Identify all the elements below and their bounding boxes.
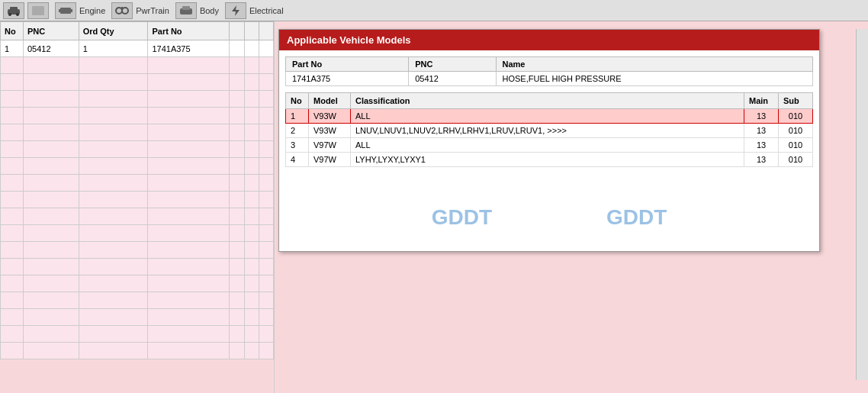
empty-ord-qty (79, 158, 148, 175)
empty-part-no (148, 124, 230, 141)
empty-c1 (230, 326, 244, 343)
model-code: V93W (309, 109, 351, 124)
body-label: Body (200, 6, 219, 15)
table-row-empty-14 (1, 275, 274, 292)
empty-c3 (259, 242, 273, 259)
models-row-1[interactable]: 1 V93W ALL 13 010 (286, 109, 813, 124)
toolbar-section-electrical: Electrical (225, 2, 284, 19)
empty-ord-qty (79, 192, 148, 208)
svg-point-9 (122, 8, 128, 14)
empty-part-no (148, 158, 230, 175)
parts-header-c2 (244, 22, 259, 40)
model-sub: 010 (779, 153, 813, 167)
svg-point-8 (116, 8, 122, 14)
empty-part-no (148, 326, 230, 343)
engine-icon[interactable] (55, 2, 76, 19)
toolbar-section-engine: Engine (55, 2, 105, 19)
empty-pnc (24, 175, 79, 192)
empty-no (1, 208, 24, 225)
empty-ord-qty (79, 108, 148, 124)
svg-rect-12 (182, 6, 190, 10)
empty-ord-qty (79, 141, 148, 158)
empty-no (1, 158, 24, 175)
empty-c3 (259, 74, 273, 91)
empty-part-no (148, 225, 230, 242)
car-icon[interactable] (3, 2, 24, 19)
parts-header-c3 (259, 22, 273, 40)
models-header-classification: Classification (351, 93, 744, 109)
table-row-empty-17 (1, 326, 274, 343)
table-row-empty-7 (1, 158, 274, 175)
empty-c1 (230, 124, 244, 141)
empty-c2 (244, 124, 259, 141)
info-header-part-no: Part No (286, 57, 409, 72)
empty-pnc (24, 74, 79, 91)
empty-c3 (259, 343, 273, 359)
empty-c1 (230, 158, 244, 175)
empty-no (1, 141, 24, 158)
row-c1 (230, 40, 244, 57)
models-header-sub: Sub (779, 93, 813, 109)
empty-no (1, 259, 24, 275)
left-panel: No PNC Ord Qty Part No 1 05412 1 1741A37… (0, 21, 275, 393)
empty-c1 (230, 175, 244, 192)
empty-ord-qty (79, 124, 148, 141)
empty-pnc (24, 275, 79, 292)
empty-ord-qty (79, 292, 148, 309)
model-main: 13 (744, 153, 779, 167)
empty-pnc (24, 343, 79, 359)
model-main: 13 (744, 109, 779, 124)
models-row-2[interactable]: 2 V93W LNUV,LNUV1,LNUV2,LRHV,LRHV1,LRUV,… (286, 124, 813, 138)
model-no: 4 (286, 153, 309, 167)
models-row-4[interactable]: 4 V97W LYHY,LYXY,LYXY1 13 010 (286, 153, 813, 167)
empty-pnc (24, 292, 79, 309)
table-row-empty-6 (1, 141, 274, 158)
powertrain-icon[interactable] (111, 2, 133, 19)
engine-label: Engine (79, 6, 105, 15)
empty-c3 (259, 158, 273, 175)
model-sub: 010 (779, 124, 813, 138)
empty-c2 (244, 292, 259, 309)
body-icon[interactable] (175, 2, 197, 19)
watermark-left: GDDT (432, 205, 492, 230)
empty-c2 (244, 259, 259, 275)
electrical-icon[interactable] (225, 2, 246, 19)
empty-c2 (244, 275, 259, 292)
empty-pnc (24, 57, 79, 74)
toolbar-section-body: Body (175, 2, 219, 19)
empty-c3 (259, 124, 273, 141)
empty-c1 (230, 91, 244, 108)
scrollbar[interactable] (856, 29, 868, 380)
blank-icon[interactable] (27, 2, 49, 19)
empty-part-no (148, 175, 230, 192)
empty-ord-qty (79, 225, 148, 242)
toolbar-section-car (3, 2, 49, 19)
svg-rect-5 (60, 8, 71, 14)
model-sub: 010 (779, 109, 813, 124)
empty-pnc (24, 158, 79, 175)
table-row-empty-5 (1, 124, 274, 141)
info-table: Part No PNC Name 1741A375 05412 HOSE,FUE… (285, 56, 813, 86)
empty-c3 (259, 275, 273, 292)
watermark-right: GDDT (606, 205, 667, 230)
models-header-main: Main (744, 93, 779, 109)
table-row[interactable]: 1 05412 1 1741A375 (1, 40, 274, 57)
table-row-empty-15 (1, 292, 274, 309)
empty-c3 (259, 326, 273, 343)
table-row-empty-18 (1, 343, 274, 359)
empty-ord-qty (79, 309, 148, 326)
empty-part-no (148, 292, 230, 309)
toolbar-section-powertrain: PwrTrain (111, 2, 169, 19)
empty-c2 (244, 141, 259, 158)
row-c2 (244, 40, 259, 57)
empty-no (1, 225, 24, 242)
empty-no (1, 74, 24, 91)
models-row-3[interactable]: 3 V97W ALL 13 010 (286, 138, 813, 153)
svg-rect-1 (10, 7, 18, 11)
empty-c3 (259, 208, 273, 225)
models-header-model: Model (309, 93, 351, 109)
row-no: 1 (1, 40, 24, 57)
empty-c2 (244, 192, 259, 208)
table-row-empty-11 (1, 225, 274, 242)
row-pnc: 05412 (24, 40, 79, 57)
